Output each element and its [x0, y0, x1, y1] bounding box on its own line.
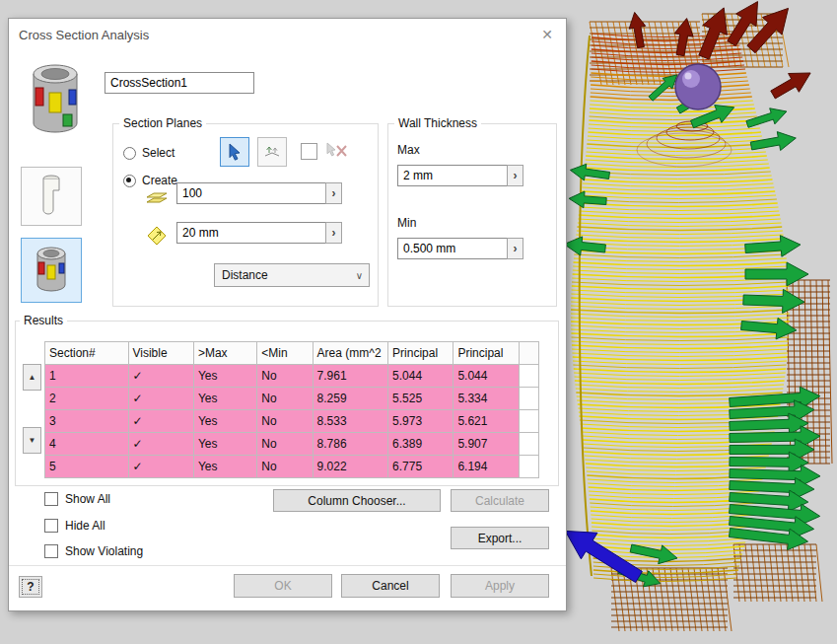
cell[interactable]: 1	[45, 365, 129, 388]
offset-diamond-icon	[147, 226, 167, 246]
max-thickness-flyout-button[interactable]: ›	[507, 165, 523, 186]
cell[interactable]: No	[257, 365, 313, 388]
header-row: Section# Visible >Max <Min Area (mm^2 Pr…	[45, 342, 539, 365]
scroll-up-button[interactable]: ▲	[23, 364, 41, 391]
select-radio[interactable]	[123, 147, 136, 160]
results-table[interactable]: Section# Visible >Max <Min Area (mm^2 Pr…	[44, 341, 539, 478]
cell[interactable]: No	[257, 388, 313, 410]
scroll-up-icon: ▲	[29, 373, 36, 382]
export-button[interactable]: Export...	[451, 527, 549, 549]
close-button[interactable]: ✕	[536, 25, 558, 44]
cross-section-analysis-dialog: Cross Section Analysis ✕	[8, 18, 567, 611]
cell[interactable]: Yes	[193, 388, 256, 410]
min-thickness-input[interactable]	[397, 238, 523, 259]
cell	[519, 433, 538, 456]
plane-count-flyout-button[interactable]: ›	[325, 182, 342, 204]
cell[interactable]: Yes	[193, 410, 256, 433]
plane-swatch-box[interactable]	[301, 143, 317, 160]
cell[interactable]: 5.621	[453, 410, 519, 433]
cell[interactable]: 6.775	[388, 456, 453, 478]
cell[interactable]: Yes	[193, 433, 256, 456]
cell[interactable]: 4	[45, 433, 129, 456]
col-section[interactable]: Section#	[45, 342, 129, 365]
min-thickness-flyout-button[interactable]: ›	[507, 238, 523, 259]
cell[interactable]: 5.907	[453, 433, 519, 456]
col-area[interactable]: Area (mm^2	[313, 342, 387, 365]
flyout-arrow-icon: ›	[332, 186, 336, 200]
flip-direction-tool-button[interactable]	[257, 137, 287, 167]
cell[interactable]: 6.194	[453, 456, 519, 478]
cell[interactable]: No	[257, 456, 313, 478]
help-button[interactable]: ?	[19, 576, 42, 598]
create-radio-label[interactable]: Create	[142, 174, 177, 187]
plane-count-input[interactable]	[176, 182, 342, 204]
cell[interactable]: 5.973	[388, 410, 453, 433]
visible-check-cell[interactable]: ✓	[128, 365, 193, 388]
cancel-button[interactable]: Cancel	[341, 574, 440, 598]
col-min[interactable]: <Min	[257, 342, 313, 365]
cell[interactable]: No	[257, 410, 313, 433]
cell[interactable]: 3	[45, 410, 129, 433]
bottom-divider	[9, 565, 566, 566]
cell[interactable]: 6.389	[388, 433, 453, 456]
cell[interactable]: 5	[45, 456, 129, 478]
select-radio-label[interactable]: Select	[142, 146, 174, 160]
col-principal-2[interactable]: Principal	[453, 342, 519, 365]
table-row[interactable]: 2 ✓ Yes No 8.259 5.525 5.334	[45, 388, 539, 410]
visible-check-cell[interactable]: ✓	[128, 388, 193, 410]
visible-check-cell[interactable]: ✓	[128, 410, 193, 433]
cell[interactable]: 9.022	[313, 456, 387, 478]
cell	[519, 456, 538, 478]
hide-all-checkbox[interactable]	[44, 519, 58, 533]
visible-check-cell[interactable]: ✓	[128, 456, 193, 478]
column-chooser-button[interactable]: Column Chooser...	[273, 489, 441, 512]
cell[interactable]: 5.525	[388, 388, 453, 410]
close-icon: ✕	[541, 27, 553, 42]
apply-button[interactable]: Apply	[451, 574, 549, 598]
max-label: Max	[397, 143, 420, 157]
show-all-label[interactable]: Show All	[65, 492, 110, 506]
clear-selection-icon	[325, 141, 349, 161]
select-cursor-tool-button[interactable]	[220, 137, 249, 167]
full-section-view-button[interactable]	[21, 238, 82, 303]
cell[interactable]: 5.334	[453, 388, 519, 410]
plane-distance-flyout-button[interactable]: ›	[325, 222, 342, 244]
cell	[519, 388, 538, 410]
cell[interactable]: 5.044	[388, 365, 453, 388]
section-name-input[interactable]	[105, 72, 254, 94]
cell[interactable]: 8.786	[313, 433, 387, 456]
cell[interactable]: Yes	[193, 365, 256, 388]
max-thickness-input[interactable]	[397, 165, 523, 186]
application-window: Cross Section Analysis ✕	[0, 0, 837, 644]
table-row[interactable]: 3 ✓ Yes No 8.533 5.973 5.621	[45, 410, 539, 433]
planes-stack-icon	[145, 186, 169, 206]
cell[interactable]: Yes	[193, 456, 256, 478]
show-violating-checkbox[interactable]	[44, 544, 58, 558]
calculate-button[interactable]: Calculate	[451, 489, 549, 512]
cell[interactable]: No	[257, 433, 313, 456]
cell[interactable]: 8.259	[313, 388, 387, 410]
quarter-section-view-button[interactable]	[21, 167, 82, 226]
wall-thickness-group-label: Wall Thickness	[394, 116, 481, 130]
ok-button[interactable]: OK	[234, 574, 332, 598]
scroll-down-button[interactable]: ▼	[23, 427, 41, 454]
table-row[interactable]: 4 ✓ Yes No 8.786 6.389 5.907	[45, 433, 539, 456]
col-principal-1[interactable]: Principal	[388, 342, 453, 365]
plane-distance-input[interactable]	[176, 222, 342, 244]
dialog-title: Cross Section Analysis	[19, 28, 149, 42]
col-visible[interactable]: Visible	[128, 342, 193, 365]
create-radio[interactable]	[123, 175, 136, 187]
mode-dropdown[interactable]: Distance ∨	[214, 263, 370, 287]
cell[interactable]: 8.533	[313, 410, 387, 433]
cell[interactable]: 2	[45, 388, 129, 410]
table-row[interactable]: 1 ✓ Yes No 7.961 5.044 5.044	[45, 365, 539, 388]
col-max[interactable]: >Max	[193, 342, 256, 365]
show-all-checkbox[interactable]	[44, 492, 58, 506]
cell[interactable]: 7.961	[313, 365, 387, 388]
flip-arrows-icon	[263, 144, 281, 160]
show-violating-label[interactable]: Show Violating	[65, 544, 143, 558]
visible-check-cell[interactable]: ✓	[128, 433, 193, 456]
hide-all-label[interactable]: Hide All	[65, 519, 105, 533]
cell[interactable]: 5.044	[453, 365, 519, 388]
table-row[interactable]: 5 ✓ Yes No 9.022 6.775 6.194	[45, 456, 539, 478]
